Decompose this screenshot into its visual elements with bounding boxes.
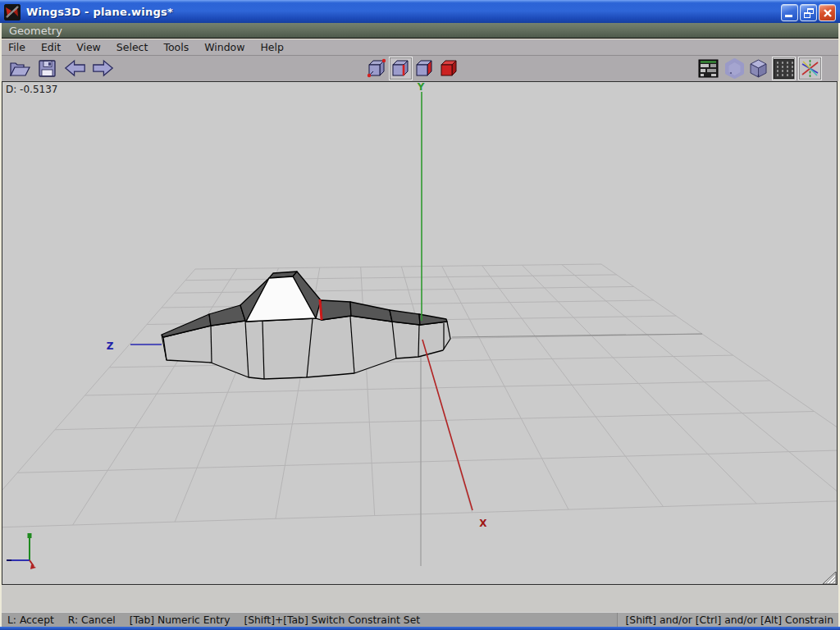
save-file-button[interactable] bbox=[36, 57, 58, 80]
menu-item-file[interactable]: File bbox=[8, 41, 25, 53]
restore-button[interactable] bbox=[800, 4, 817, 21]
axes-icon bbox=[800, 58, 820, 79]
vertex-mode-icon bbox=[367, 57, 387, 80]
toolbar bbox=[2, 56, 838, 81]
wings3d-logo-icon bbox=[4, 4, 21, 21]
distance-readout: D: -0.5137 bbox=[6, 84, 57, 95]
menu-item-tools[interactable]: Tools bbox=[163, 41, 189, 53]
status-left-accept: L: Accept bbox=[7, 614, 54, 626]
lower-band bbox=[2, 585, 838, 612]
flat-shaded-button[interactable] bbox=[747, 57, 769, 80]
back-arrow-icon bbox=[64, 59, 86, 78]
back-button[interactable] bbox=[64, 57, 86, 80]
select-mode-body-button[interactable] bbox=[438, 57, 460, 80]
window-titlebar[interactable]: Wings3D - plane.wings* bbox=[0, 0, 840, 23]
status-left-constraint: [Shift]+[Tab] Switch Constraint Set bbox=[244, 614, 420, 626]
menu-bar: File Edit View Select Tools Window Help bbox=[2, 39, 838, 56]
viewport-canvas[interactable] bbox=[2, 81, 838, 585]
close-icon bbox=[819, 5, 837, 22]
geometry-window-title: Geometry bbox=[9, 25, 62, 37]
open-file-button[interactable] bbox=[8, 57, 30, 80]
geometry-window-titlebar[interactable]: Geometry bbox=[2, 23, 838, 39]
settings-dialog-icon bbox=[697, 57, 719, 80]
forward-button[interactable] bbox=[92, 57, 114, 80]
flat-cube-icon bbox=[747, 57, 769, 80]
status-left: L: Accept R: Cancel [Tab] Numeric Entry … bbox=[2, 614, 617, 626]
minimize-button[interactable] bbox=[781, 4, 798, 21]
status-right: [Shift] and/or [Ctrl] and/or [Alt] Const… bbox=[617, 613, 838, 627]
open-folder-icon bbox=[8, 59, 30, 79]
status-right-constrain: [Shift] and/or [Ctrl] and/or [Alt] Const… bbox=[626, 614, 833, 626]
minimize-icon bbox=[785, 15, 792, 17]
show-axes-button[interactable] bbox=[799, 57, 821, 80]
restore-icon bbox=[804, 8, 814, 18]
face-mode-icon bbox=[414, 57, 435, 80]
select-mode-face-button[interactable] bbox=[413, 57, 436, 80]
smooth-preview-button[interactable] bbox=[724, 57, 746, 80]
forward-arrow-icon bbox=[92, 59, 114, 78]
status-left-numeric: [Tab] Numeric Entry bbox=[130, 614, 231, 626]
window-title: Wings3D - plane.wings* bbox=[26, 6, 173, 18]
menu-item-window[interactable]: Window bbox=[204, 41, 244, 53]
window-bottom-border bbox=[0, 627, 840, 630]
status-left-cancel: R: Cancel bbox=[68, 614, 116, 626]
edge-mode-icon bbox=[390, 57, 411, 80]
menu-item-edit[interactable]: Edit bbox=[41, 41, 61, 53]
show-ground-plane-button[interactable] bbox=[773, 57, 795, 80]
body-mode-icon bbox=[439, 57, 459, 80]
close-button[interactable] bbox=[819, 4, 836, 21]
app-icon[interactable] bbox=[4, 4, 21, 21]
menu-item-help[interactable]: Help bbox=[260, 41, 284, 53]
smooth-cube-icon bbox=[724, 57, 746, 80]
menu-item-select[interactable]: Select bbox=[116, 41, 148, 53]
save-floppy-icon bbox=[38, 59, 57, 78]
geometry-window-settings-button[interactable] bbox=[697, 57, 719, 80]
wings3d-window: Wings3D - plane.wings* Geometry File Edi… bbox=[0, 0, 840, 630]
select-mode-edge-button[interactable] bbox=[390, 57, 412, 80]
select-mode-vertex-button[interactable] bbox=[366, 57, 388, 80]
ground-plane-icon bbox=[774, 59, 794, 79]
status-bar: L: Accept R: Cancel [Tab] Numeric Entry … bbox=[2, 612, 838, 627]
menu-item-view[interactable]: View bbox=[76, 41, 101, 53]
